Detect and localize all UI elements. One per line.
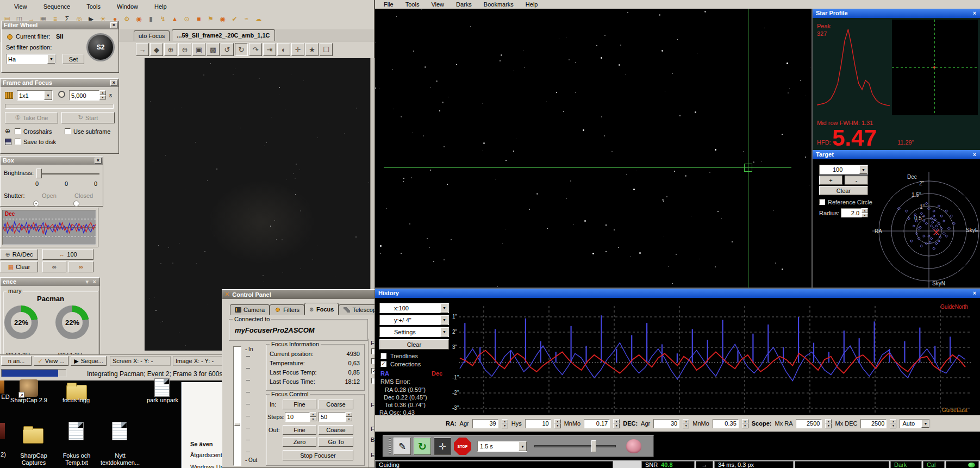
desktop-icon-doc-7[interactable] xyxy=(112,422,127,440)
se-aven-link-2[interactable]: Windows Up xyxy=(190,464,224,468)
phd-menu-bookmarks[interactable]: Bookmarks xyxy=(480,1,517,8)
save-to-disk-checkbox[interactable] xyxy=(15,139,21,145)
binning-arrow-icon[interactable]: ▼ xyxy=(44,91,52,100)
guide-param-field-2[interactable]: 0.17 xyxy=(584,419,610,428)
phd-menu-view[interactable]: View xyxy=(428,1,447,8)
desktop-icon-shortcut-1[interactable]: ↗ xyxy=(20,379,38,397)
guide-param-field-1[interactable]: 10 xyxy=(525,419,551,428)
sgp-menu-help[interactable]: Help xyxy=(151,3,170,10)
in-fine-button[interactable]: Fine xyxy=(283,400,316,409)
image-toolbar-icon-10[interactable]: ◐ xyxy=(277,43,290,56)
start-button[interactable]: ↻ Start xyxy=(61,112,115,123)
tab-auto-focus[interactable]: uto Focus xyxy=(134,30,170,41)
guide-camera-view[interactable] xyxy=(375,9,812,288)
history-close-icon[interactable]: × xyxy=(971,290,978,297)
phd-menu-tools[interactable]: Tools xyxy=(402,1,423,8)
stop-button[interactable]: STOP xyxy=(454,438,471,455)
guide-param-spinner-11[interactable]: ▲▼ xyxy=(742,419,748,428)
guide-param-spinner-14[interactable]: ▲▼ xyxy=(825,419,832,428)
target-clear-button[interactable]: Clear xyxy=(819,186,868,195)
image-toolbar-icon-5[interactable]: ▩ xyxy=(207,43,220,56)
desktop-icon-doc-3[interactable] xyxy=(154,378,170,397)
tab-image-frame[interactable]: ...59_SII_frame2_-20C_amb_1,1C xyxy=(172,29,274,41)
guide-param-field-5[interactable]: 2500 xyxy=(796,419,822,428)
history-settings-select[interactable]: Settings▼ xyxy=(379,327,449,337)
image-toolbar-icon-3[interactable]: ⊖ xyxy=(178,43,191,56)
target-minus-button[interactable]: - xyxy=(845,176,868,185)
target-plus-button[interactable]: + xyxy=(819,176,842,185)
phd-menu-darks[interactable]: Darks xyxy=(453,1,475,8)
image-toolbar-icon-8[interactable]: ↷ xyxy=(249,43,262,56)
reference-circle-checkbox[interactable] xyxy=(819,199,825,205)
guide-param-field-4[interactable]: 0.35 xyxy=(713,419,739,428)
desktop-icon-folder-5[interactable] xyxy=(23,428,43,444)
in-coarse-button[interactable]: Coarse xyxy=(319,400,353,409)
history-yscale-select[interactable]: y:+/-4"▼ xyxy=(379,315,449,325)
sgp-menu-window[interactable]: Window xyxy=(114,3,141,10)
target-titlebar[interactable]: Target × xyxy=(813,150,980,159)
phd-menu-help[interactable]: Help xyxy=(522,1,541,8)
link-button-2[interactable]: ∞ xyxy=(68,261,93,272)
steps-field-1[interactable]: 10 xyxy=(285,412,310,422)
focuser-slider-thumb[interactable] xyxy=(234,423,240,426)
guide-param-spinner-16[interactable]: ▲▼ xyxy=(890,419,896,428)
phd-menu-file[interactable]: File xyxy=(380,1,397,8)
corrections-checkbox[interactable]: ✓ xyxy=(380,361,386,367)
sgp-toolbar-icon-11[interactable]: ◉ xyxy=(134,14,144,24)
guide-param-field-6[interactable]: 2500 xyxy=(860,419,887,428)
set-filter-button[interactable]: Set xyxy=(63,54,84,64)
brightness-slider-track[interactable] xyxy=(38,173,99,174)
sgp-toolbar-icon-21[interactable]: ☁ xyxy=(253,14,264,24)
sequence-tab[interactable]: ▶ Seque... xyxy=(71,356,107,366)
trendlines-checkbox[interactable] xyxy=(380,353,386,359)
desktop-icon-partial-0[interactable] xyxy=(0,380,4,394)
out-coarse-button[interactable]: Coarse xyxy=(319,425,353,435)
zero-button[interactable]: Zero xyxy=(283,437,316,447)
use-subframe-checkbox[interactable] xyxy=(65,128,71,134)
sliver-checkbox-2[interactable] xyxy=(371,358,375,364)
brain-settings-button[interactable] xyxy=(626,439,641,453)
clear-graph-button[interactable]: ▦ Clear xyxy=(0,261,38,272)
link-button-1[interactable]: ∞ xyxy=(42,261,66,272)
guide-param-spinner-2[interactable]: ▲▼ xyxy=(502,419,508,428)
guide-dither-select[interactable]: Auto▼ xyxy=(900,419,930,428)
image-toolbar-icon-7[interactable]: ↻ xyxy=(235,43,248,56)
sgp-toolbar-icon-14[interactable]: ▲ xyxy=(170,14,180,24)
guide-param-field-0[interactable]: 39 xyxy=(472,419,498,428)
sgp-toolbar-icon-10[interactable]: ⚙ xyxy=(122,14,132,24)
dither-arrow-icon[interactable]: ▼ xyxy=(921,420,929,428)
sliver-checkbox-3[interactable]: ✓ xyxy=(371,368,375,374)
radius-spinner[interactable]: ▲▼ xyxy=(862,208,868,217)
cp-tab-telescope[interactable]: Telescope xyxy=(339,304,375,315)
guide-param-spinner-9[interactable]: ▲▼ xyxy=(683,419,689,428)
exposure-spinner[interactable]: ▲▼ xyxy=(99,90,106,99)
frame-focus-close-icon[interactable]: × xyxy=(110,80,117,86)
toolbar-grip[interactable] xyxy=(389,438,391,454)
filter-select[interactable]: Ha ▼ xyxy=(6,54,56,64)
star-profile-titlebar[interactable]: Star Profile × xyxy=(813,9,980,18)
filter-wheel-knob[interactable]: S2 xyxy=(86,33,115,61)
guide-param-field-3[interactable]: 30 xyxy=(653,419,679,428)
sgp-toolbar-icon-15[interactable]: ⊙ xyxy=(182,14,192,24)
box-close-icon[interactable]: × xyxy=(95,158,102,164)
sgp-toolbar-icon-16[interactable]: ■ xyxy=(193,14,204,24)
history-xscale-select[interactable]: x:100▼ xyxy=(379,303,449,313)
image-toolbar-icon-13[interactable]: ☐ xyxy=(320,43,333,56)
image-toolbar-icon-6[interactable]: ↺ xyxy=(221,43,234,56)
steps-spinner-2[interactable]: ▲▼ xyxy=(346,412,352,421)
xscale-arrow-icon[interactable]: ▼ xyxy=(440,303,448,313)
select-star-button[interactable]: ✎ xyxy=(394,438,411,455)
se-aven-link-1[interactable]: Åtgärdscent xyxy=(190,452,222,458)
binning-select[interactable]: 1x1 ▼ xyxy=(17,90,53,101)
cp-tab-camera[interactable]: Camera xyxy=(230,304,270,315)
image-toolbar-icon-4[interactable]: ▣ xyxy=(192,43,205,56)
desktop-icon-partial-4[interactable] xyxy=(0,423,5,439)
guide-param-spinner-4[interactable]: ▲▼ xyxy=(554,419,561,428)
filter-select-arrow-icon[interactable]: ▼ xyxy=(47,54,55,64)
image-toolbar-icon-2[interactable]: ⊕ xyxy=(164,43,177,56)
exposure-field[interactable]: 5,000 xyxy=(69,90,99,101)
goto-button[interactable]: Go To xyxy=(319,437,353,447)
settings-arrow-icon[interactable]: ▼ xyxy=(440,327,448,336)
image-toolbar-icon-1[interactable]: ◆ xyxy=(150,43,163,56)
sgp-menu-view[interactable]: View xyxy=(11,3,30,10)
